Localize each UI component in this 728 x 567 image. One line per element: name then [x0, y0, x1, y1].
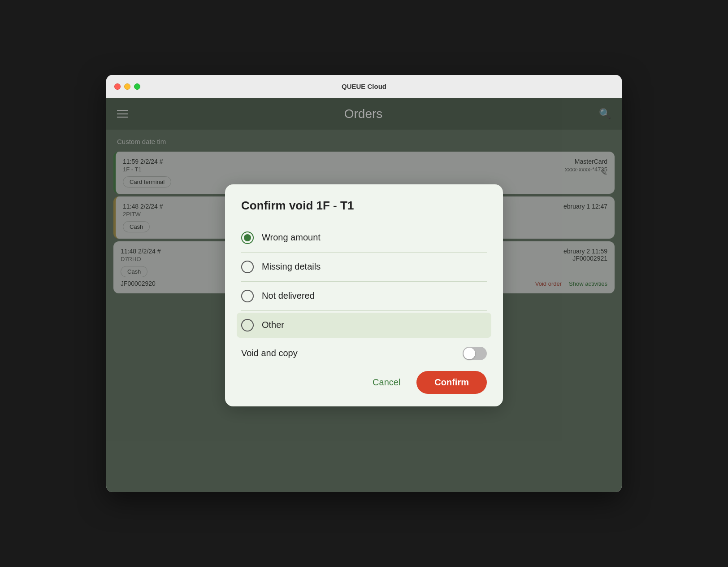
divider: [241, 281, 487, 282]
radio-label-not-delivered: Not delivered: [262, 291, 315, 301]
void-copy-toggle[interactable]: [463, 347, 487, 360]
dialog-buttons: Cancel Confirm: [241, 371, 487, 394]
confirm-button[interactable]: Confirm: [416, 371, 487, 394]
title-bar: QUEUE Cloud: [106, 75, 622, 98]
minimize-button[interactable]: [124, 83, 130, 90]
radio-label-missing-details: Missing details: [262, 262, 321, 272]
divider: [241, 310, 487, 311]
traffic-lights: [114, 83, 140, 90]
dialog-title: Confirm void 1F - T1: [241, 199, 487, 213]
radio-circle-not-delivered: [241, 290, 254, 302]
cancel-button[interactable]: Cancel: [364, 373, 409, 392]
radio-option-missing-details[interactable]: Missing details: [241, 254, 487, 279]
app-content: Orders 🔍 Custom date tim 11:59 2/2/24 # …: [106, 98, 622, 492]
divider: [241, 252, 487, 253]
confirm-dialog: Confirm void 1F - T1 Wrong amount Missin…: [225, 184, 503, 406]
maximize-button[interactable]: [134, 83, 140, 90]
radio-label-other: Other: [262, 320, 284, 330]
void-copy-label: Void and copy: [241, 348, 298, 358]
window-title: QUEUE Cloud: [342, 83, 386, 90]
close-button[interactable]: [114, 83, 121, 90]
radio-circle-other: [241, 319, 254, 331]
radio-circle-wrong-amount: [241, 231, 254, 244]
mac-window: QUEUE Cloud Orders 🔍 Custom date tim 11:…: [106, 75, 622, 492]
radio-option-other[interactable]: Other: [237, 313, 491, 338]
modal-overlay: Confirm void 1F - T1 Wrong amount Missin…: [106, 98, 622, 492]
radio-circle-missing-details: [241, 261, 254, 273]
toggle-knob: [464, 348, 475, 359]
radio-option-wrong-amount[interactable]: Wrong amount: [241, 225, 487, 250]
radio-label-wrong-amount: Wrong amount: [262, 232, 321, 243]
void-copy-row: Void and copy: [241, 347, 487, 360]
radio-option-not-delivered[interactable]: Not delivered: [241, 284, 487, 309]
